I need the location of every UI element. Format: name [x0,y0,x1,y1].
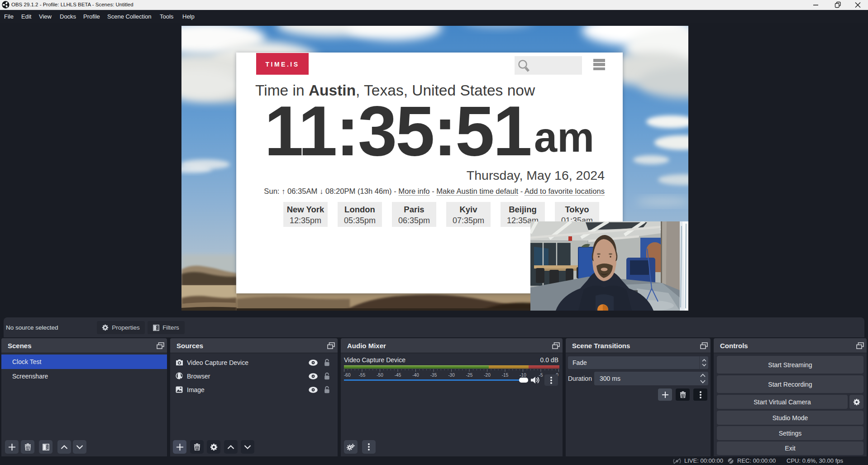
svg-text:-60: -60 [344,373,351,378]
svg-text:-45: -45 [395,373,401,378]
svg-text:-50: -50 [377,373,383,378]
svg-text:-25: -25 [466,373,473,378]
svg-text:-10: -10 [520,373,526,378]
svg-text:-55: -55 [359,373,366,378]
svg-text:-20: -20 [484,373,491,378]
svg-text:-15: -15 [502,373,509,378]
svg-text:-35: -35 [430,373,437,378]
svg-text:-30: -30 [448,373,455,378]
svg-text:-40: -40 [412,373,419,378]
